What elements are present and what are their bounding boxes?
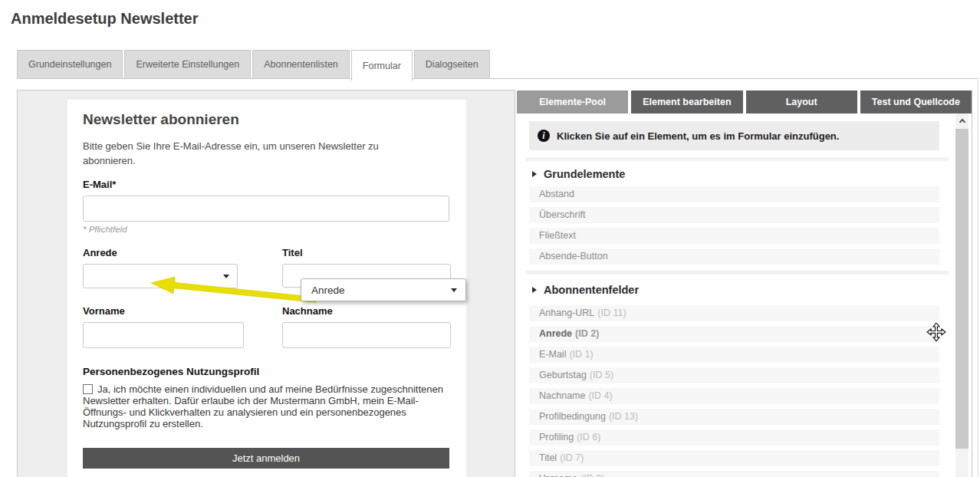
anrede-label: Anrede	[83, 247, 245, 258]
pool-element-row[interactable]: Absende-Button	[529, 248, 939, 265]
move-cursor-icon	[926, 323, 946, 343]
editor-tab[interactable]: Element bearbeiten	[631, 90, 742, 113]
main-tab[interactable]: Abonnentenlisten	[252, 50, 350, 79]
pool-element-row[interactable]: Fließtext	[529, 228, 939, 244]
pool-element-id: (ID 6)	[577, 432, 600, 442]
pool-element-label: Profilbedingung	[539, 411, 606, 422]
pool-element-row[interactable]: Anhang-URL(ID 11)	[529, 305, 939, 321]
section-header-abonnentenfelder[interactable]: Abonnentenfelder	[532, 282, 939, 298]
drag-ghost-label: Anrede	[311, 285, 345, 296]
section-title: Abonnentenfelder	[544, 284, 639, 296]
chevron-down-icon	[451, 288, 457, 292]
pool-element-row[interactable]: Anrede(ID 2)	[529, 326, 939, 342]
pool-element-id: (ID 5)	[590, 370, 613, 380]
main-tab[interactable]: Dialogseiten	[414, 50, 490, 79]
form-heading: Newsletter abonnieren	[83, 111, 451, 128]
pool-element-label: Nachname	[539, 390, 585, 401]
elements-pool: i Klicken Sie auf ein Element, um es im …	[529, 121, 939, 477]
editor-scrollbar[interactable]	[955, 113, 968, 477]
section-title: Grundelemente	[544, 168, 625, 180]
scroll-up-button[interactable]	[955, 113, 968, 127]
pool-element-row[interactable]: Vorname(ID 3)	[529, 471, 939, 477]
info-icon: i	[538, 130, 550, 142]
scrollbar-thumb[interactable]	[955, 129, 968, 449]
pool-element-label: Absende-Button	[539, 251, 608, 262]
consent-heading: Personenbezogenes Nutzungsprofil	[83, 366, 451, 377]
drag-ghost-anrede[interactable]: Anrede	[301, 278, 466, 301]
pool-element-label: Geburtstag	[539, 370, 587, 380]
pool-element-id: (ID 4)	[588, 390, 612, 401]
pool-element-label: Überschrift	[539, 209, 585, 220]
pool-element-row[interactable]: Abstand	[529, 186, 939, 202]
pool-element-row[interactable]: Profilbedingung(ID 13)	[529, 409, 939, 425]
pool-element-label: Abstand	[539, 189, 574, 199]
pool-element-label: Fließtext	[539, 230, 576, 241]
pool-element-id: (ID 7)	[560, 452, 584, 463]
page-title: Anmeldesetup Newsletter	[11, 10, 199, 28]
pool-element-row[interactable]: Profiling(ID 6)	[529, 429, 939, 446]
section-divider	[526, 157, 949, 161]
pool-element-row[interactable]: E-Mail(ID 1)	[529, 347, 939, 363]
consent-text: Ja, ich möchte einen individuellen und a…	[83, 383, 451, 429]
editor-tab[interactable]: Layout	[746, 90, 857, 113]
pool-element-row[interactable]: Überschrift	[529, 207, 939, 223]
main-tab[interactable]: Grundeinstellungen	[17, 50, 123, 79]
vorname-input[interactable]	[83, 322, 244, 348]
pool-element-row[interactable]: Titel(ID 7)	[529, 450, 939, 466]
consent-label: Ja, ich möchte einen individuellen und a…	[83, 383, 443, 429]
main-tab-strip: GrundeinstellungenErweiterte Einstellung…	[17, 50, 978, 79]
form-editor-panel: Elemente-PoolElement bearbeitenLayoutTes…	[517, 90, 972, 477]
window-edge-line	[978, 80, 978, 477]
editor-tab[interactable]: Elemente-Pool	[517, 90, 628, 113]
consent-checkbox[interactable]	[83, 384, 93, 394]
submit-button[interactable]: Jetzt anmelden	[83, 448, 449, 469]
section-divider	[526, 271, 949, 275]
pool-element-label: E-Mail	[539, 349, 566, 360]
section-header-grundelemente[interactable]: Grundelemente	[532, 166, 939, 182]
main-tab[interactable]: Erweiterte Einstellungen	[124, 50, 251, 79]
main-tab[interactable]: Formular	[351, 50, 413, 81]
email-input[interactable]	[83, 196, 449, 222]
abonnentenfelder-list: Anhang-URL(ID 11) Anrede(ID 2) E-Mail(ID…	[529, 305, 939, 477]
pool-element-label: Anrede	[539, 328, 572, 339]
titel-label: Titel	[282, 247, 451, 258]
form-intro-text: Bitte geben Sie Ihre E-Mail-Adresse ein,…	[83, 140, 424, 169]
pool-element-id: (ID 2)	[575, 328, 599, 339]
pool-element-label: Titel	[539, 452, 557, 463]
pool-element-label: Vorname	[539, 473, 577, 477]
pool-element-id: (ID 1)	[569, 349, 593, 360]
info-text: Klicken Sie auf ein Element, um es im Fo…	[557, 130, 839, 142]
info-box: i Klicken Sie auf ein Element, um es im …	[529, 121, 939, 150]
email-label: E-Mail*	[83, 179, 451, 190]
pool-element-id: (ID 3)	[580, 473, 604, 477]
chevron-up-icon	[959, 119, 965, 125]
pool-element-row[interactable]: Geburtstag(ID 5)	[529, 367, 939, 383]
drag-direction-arrow	[146, 270, 322, 308]
editor-tab[interactable]: Test und Quellcode	[860, 90, 972, 113]
editor-tab-strip: Elemente-PoolElement bearbeitenLayoutTes…	[517, 90, 972, 113]
nachname-input[interactable]	[282, 322, 451, 348]
triangle-right-icon	[532, 287, 537, 293]
grundelemente-list: Abstand Überschrift Fließtext Absende-Bu…	[529, 186, 939, 265]
triangle-right-icon	[532, 171, 537, 177]
pool-element-label: Profiling	[539, 432, 574, 442]
pool-element-row[interactable]: Nachname(ID 4)	[529, 388, 939, 404]
pool-element-id: (ID 11)	[597, 308, 626, 318]
pool-element-id: (ID 13)	[609, 411, 638, 422]
pool-element-label: Anhang-URL	[539, 308, 594, 318]
required-hint: * Pflichtfeld	[83, 225, 451, 234]
